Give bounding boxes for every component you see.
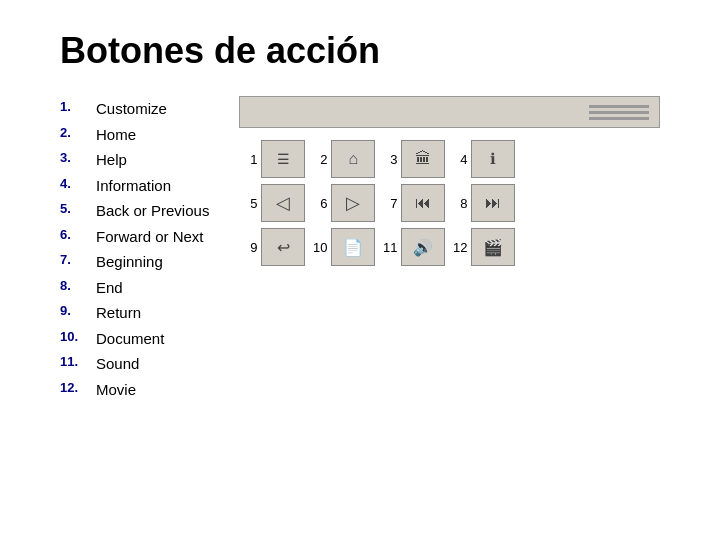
list-item: 1.Customize <box>60 96 209 122</box>
button-row-3: 9 ↩ 10 📄 11 🔊 12 🎬 <box>239 228 660 266</box>
list-item: 9.Return <box>60 300 209 326</box>
list-section: 1.Customize2.Home3.Help4.Information5.Ba… <box>60 96 209 402</box>
list-item-num: 10. <box>60 326 88 352</box>
list-item-num: 6. <box>60 224 88 250</box>
list-item: 11.Sound <box>60 351 209 377</box>
list-item: 3.Help <box>60 147 209 173</box>
row8-num: 8 <box>449 196 467 211</box>
list-item-label: Return <box>96 300 141 326</box>
list-item-label: Home <box>96 122 136 148</box>
row3-num: 3 <box>379 152 397 167</box>
btn-beginning[interactable]: ⏮ <box>401 184 445 222</box>
list-item-label: Movie <box>96 377 136 403</box>
list-item: 5.Back or Previous <box>60 198 209 224</box>
list-item-num: 4. <box>60 173 88 199</box>
toolbar-line-1 <box>589 105 649 108</box>
list-item-label: Beginning <box>96 249 163 275</box>
buttons-section: 1 ☰ 2 ⌂ 3 🏛 4 ℹ 5 ◁ 6 ▷ 7 ⏮ 8 ⏭ <box>239 96 660 402</box>
row7-num: 7 <box>379 196 397 211</box>
list-item-num: 7. <box>60 249 88 275</box>
toolbar-lines <box>589 105 649 120</box>
list-item-num: 8. <box>60 275 88 301</box>
toolbar-line-2 <box>589 111 649 114</box>
row12-num: 12 <box>449 240 467 255</box>
btn-back[interactable]: ◁ <box>261 184 305 222</box>
toolbar-bar <box>239 96 660 128</box>
list-item: 2.Home <box>60 122 209 148</box>
row5-label: 5 <box>239 196 257 211</box>
page: Botones de acción 1.Customize2.Home3.Hel… <box>0 0 720 540</box>
list-item-label: Back or Previous <box>96 198 209 224</box>
row2-num: 2 <box>309 152 327 167</box>
btn-information[interactable]: ℹ <box>471 140 515 178</box>
list-item: 12.Movie <box>60 377 209 403</box>
button-row-1: 1 ☰ 2 ⌂ 3 🏛 4 ℹ <box>239 140 660 178</box>
toolbar-line-3 <box>589 117 649 120</box>
row6-num: 6 <box>309 196 327 211</box>
items-list: 1.Customize2.Home3.Help4.Information5.Ba… <box>60 96 209 402</box>
row1-label: 1 <box>239 152 257 167</box>
list-item: 6.Forward or Next <box>60 224 209 250</box>
list-item-num: 2. <box>60 122 88 148</box>
list-item: 8.End <box>60 275 209 301</box>
btn-return[interactable]: ↩ <box>261 228 305 266</box>
list-item-num: 5. <box>60 198 88 224</box>
list-item-num: 1. <box>60 96 88 122</box>
list-item-num: 12. <box>60 377 88 403</box>
btn-end[interactable]: ⏭ <box>471 184 515 222</box>
row10-num: 10 <box>309 240 327 255</box>
list-item-label: Document <box>96 326 164 352</box>
list-item-num: 3. <box>60 147 88 173</box>
row4-num: 4 <box>449 152 467 167</box>
list-item-label: End <box>96 275 123 301</box>
btn-help[interactable]: 🏛 <box>401 140 445 178</box>
btn-customize[interactable]: ☰ <box>261 140 305 178</box>
row9-label: 9 <box>239 240 257 255</box>
list-item: 10.Document <box>60 326 209 352</box>
button-row-2: 5 ◁ 6 ▷ 7 ⏮ 8 ⏭ <box>239 184 660 222</box>
btn-sound[interactable]: 🔊 <box>401 228 445 266</box>
list-item-label: Customize <box>96 96 167 122</box>
list-item-num: 9. <box>60 300 88 326</box>
list-item-label: Sound <box>96 351 139 377</box>
btn-movie[interactable]: 🎬 <box>471 228 515 266</box>
list-item-label: Forward or Next <box>96 224 204 250</box>
list-item-label: Information <box>96 173 171 199</box>
content-area: 1.Customize2.Home3.Help4.Information5.Ba… <box>60 96 660 402</box>
row11-num: 11 <box>379 240 397 255</box>
list-item: 7.Beginning <box>60 249 209 275</box>
list-item-num: 11. <box>60 351 88 377</box>
btn-document[interactable]: 📄 <box>331 228 375 266</box>
list-item-label: Help <box>96 147 127 173</box>
page-title: Botones de acción <box>60 30 660 72</box>
btn-home[interactable]: ⌂ <box>331 140 375 178</box>
list-item: 4.Information <box>60 173 209 199</box>
btn-forward[interactable]: ▷ <box>331 184 375 222</box>
